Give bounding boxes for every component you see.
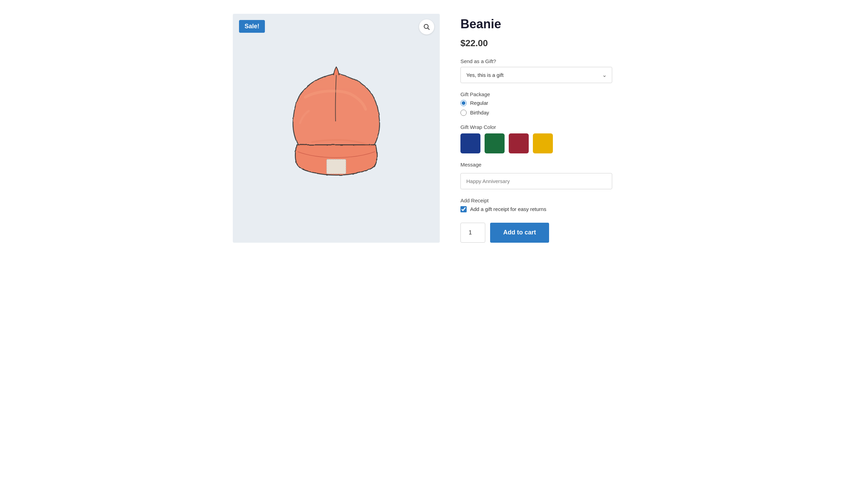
- gift-package-birthday-label: Birthday: [470, 110, 489, 115]
- send-as-gift-label: Send as a Gift?: [460, 58, 612, 64]
- color-swatches: [460, 133, 612, 153]
- receipt-checkbox-text: Add a gift receipt for easy returns: [470, 206, 546, 212]
- sale-badge: Sale!: [239, 20, 265, 33]
- zoom-button[interactable]: [419, 19, 434, 34]
- gift-wrap-color-section: Gift Wrap Color: [460, 124, 612, 153]
- zoom-icon: [423, 23, 430, 31]
- svg-point-0: [424, 24, 428, 29]
- gift-select-wrapper: Yes, this is a gift No, not a gift ⌄: [460, 67, 612, 83]
- color-swatch-blue[interactable]: [460, 133, 480, 153]
- color-swatch-green[interactable]: [485, 133, 505, 153]
- gift-package-birthday-radio[interactable]: [460, 110, 467, 116]
- color-swatch-yellow[interactable]: [533, 133, 553, 153]
- receipt-section: Add Receipt Add a gift receipt for easy …: [460, 198, 612, 212]
- svg-rect-2: [327, 159, 346, 174]
- receipt-checkbox-label[interactable]: Add a gift receipt for easy returns: [460, 206, 612, 212]
- message-label: Message: [460, 162, 612, 168]
- product-image: [278, 63, 395, 194]
- gift-wrap-color-label: Gift Wrap Color: [460, 124, 612, 130]
- gift-package-section: Gift Package Regular Birthday: [460, 91, 612, 116]
- message-section: Message: [460, 162, 612, 189]
- gift-package-label: Gift Package: [460, 91, 612, 97]
- product-details: Beanie $22.00 Send as a Gift? Yes, this …: [460, 14, 612, 243]
- color-swatch-red[interactable]: [509, 133, 529, 153]
- product-title: Beanie: [460, 17, 612, 31]
- gift-package-birthday-option[interactable]: Birthday: [460, 110, 612, 116]
- send-as-gift-select[interactable]: Yes, this is a gift No, not a gift: [460, 67, 612, 83]
- quantity-input[interactable]: [460, 223, 485, 243]
- product-page: Sale!: [233, 14, 612, 243]
- product-price: $22.00: [460, 38, 612, 49]
- gift-package-radio-group: Regular Birthday: [460, 100, 612, 116]
- add-to-cart-button[interactable]: Add to cart: [490, 223, 549, 243]
- cart-row: Add to cart: [460, 223, 612, 243]
- gift-package-regular-label: Regular: [470, 100, 488, 106]
- receipt-label: Add Receipt: [460, 198, 612, 203]
- gift-package-regular-radio[interactable]: [460, 100, 467, 106]
- send-as-gift-field: Send as a Gift? Yes, this is a gift No, …: [460, 58, 612, 83]
- message-input[interactable]: [460, 173, 612, 189]
- product-image-area: Sale!: [233, 14, 440, 243]
- receipt-checkbox[interactable]: [460, 206, 467, 212]
- svg-line-1: [428, 28, 429, 30]
- gift-package-regular-option[interactable]: Regular: [460, 100, 612, 106]
